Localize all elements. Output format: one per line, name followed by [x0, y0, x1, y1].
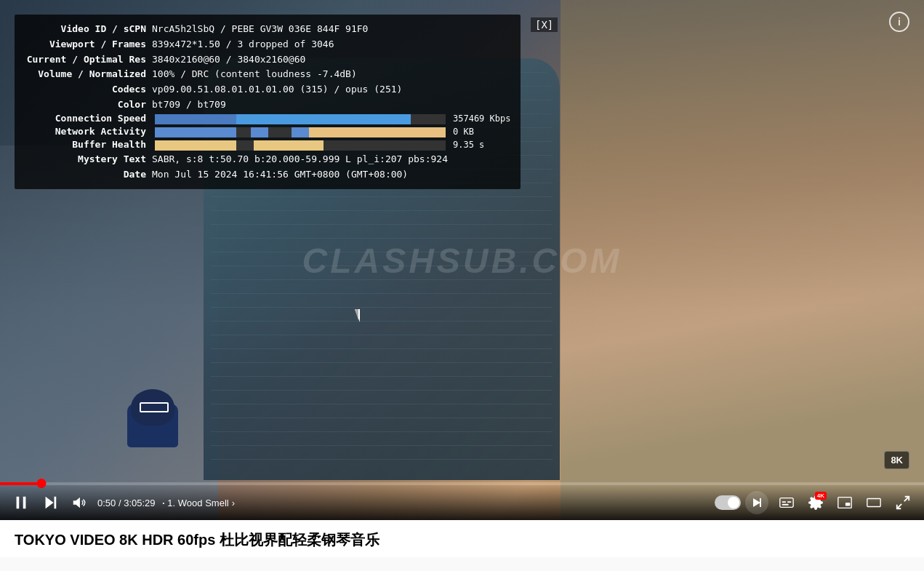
bar-buf-seg-1 [155, 140, 236, 151]
volume-button[interactable] [68, 492, 90, 514]
bar-buf-gap [236, 140, 254, 151]
video-title: TOKYO VIDEO 8K HDR 60fps 杜比视界配轻柔钢琴音乐 [15, 530, 909, 550]
svg-rect-1 [23, 497, 26, 509]
debug-row-mystery: Mystery Text SABR, s:8 t:50.70 b:20.000-… [25, 152, 510, 167]
bar-net-rest [309, 127, 446, 137]
pause-icon [13, 495, 29, 511]
debug-value-buffer: 9.35 s [453, 138, 484, 152]
svg-rect-10 [782, 504, 789, 506]
svg-line-14 [904, 497, 909, 501]
bar-net-seg-1 [155, 127, 236, 137]
svg-marker-5 [753, 498, 760, 507]
bar-net-seg-3 [292, 127, 309, 137]
debug-value-connection: 357469 Kbps [453, 112, 510, 126]
svg-rect-0 [17, 497, 20, 509]
debug-label-resolution: Current / Optimal Res [25, 52, 152, 68]
debug-label-date: Date [25, 167, 152, 183]
bar-buf-seg-2 [254, 140, 324, 151]
close-debug-button[interactable]: [X] [531, 17, 558, 32]
svg-rect-7 [780, 498, 793, 508]
theater-button[interactable] [863, 492, 885, 514]
miniplayer-icon [837, 495, 853, 511]
theater-icon [866, 495, 882, 511]
play-pause-button[interactable] [10, 492, 32, 514]
debug-label-codecs: Codecs [25, 82, 152, 97]
info-icon-button[interactable]: i [889, 12, 909, 32]
debug-row-buffer: Buffer Health 9.35 s [25, 139, 510, 152]
debug-overlay: Video ID / sCPN NrcA5h2lSbQ / PEBE GV3W … [15, 15, 521, 189]
debug-row-resolution: Current / Optimal Res 3840x2160@60 / 384… [25, 52, 510, 68]
svg-rect-12 [845, 503, 850, 506]
debug-label-viewport: Viewport / Frames [25, 37, 152, 52]
quality-badge: 8K [884, 451, 909, 469]
miniplayer-button[interactable] [834, 492, 856, 514]
svg-marker-4 [73, 498, 80, 508]
video-title-bar: TOKYO VIDEO 8K HDR 60fps 杜比视界配轻柔钢琴音乐 [0, 520, 924, 557]
captions-icon [779, 495, 795, 511]
debug-row-date: Date Mon Jul 15 2024 16:41:56 GMT+0800 (… [25, 167, 510, 183]
cat-glasses [140, 402, 169, 412]
debug-row-connection: Connection Speed 357469 Kbps [25, 113, 510, 126]
bar-segment-2 [236, 114, 411, 124]
chapter-info[interactable]: • 1. Wood Smell › [163, 498, 235, 508]
debug-label-buffer: Buffer Health [25, 137, 152, 153]
fullscreen-button[interactable] [892, 492, 914, 514]
autoplay-next-icon [751, 497, 763, 508]
toggle-track [715, 495, 741, 510]
debug-row-viewport: Viewport / Frames 839x472*1.50 / 3 dropp… [25, 37, 510, 52]
svg-rect-13 [867, 499, 880, 507]
network-activity-bar [155, 127, 446, 137]
svg-line-15 [897, 504, 901, 508]
debug-row-codecs: Codecs vp09.00.51.08.01.01.01.00 (315) /… [25, 82, 510, 97]
debug-row-volume: Volume / Normalized 100% / DRC (content … [25, 67, 510, 82]
debug-value-viewport: 839x472*1.50 / 3 dropped of 3046 [152, 37, 510, 52]
svg-rect-6 [760, 498, 761, 507]
settings-button[interactable]: 4K [805, 492, 827, 514]
debug-row-color: Color bt709 / bt709 [25, 97, 510, 113]
video-watermark: CLASHSUB.COM [302, 240, 622, 280]
debug-row-network: Network Activity 0 KB [25, 126, 510, 139]
bar-net-gap-2 [268, 127, 292, 137]
debug-value-mystery: SABR, s:8 t:50.70 b:20.000-59.999 L pl_i… [152, 152, 510, 167]
bar-segment-1 [155, 114, 236, 124]
debug-value-network: 0 KB [453, 125, 474, 139]
debug-value-codecs: vp09.00.51.08.01.01.01.00 (315) / opus (… [152, 82, 510, 97]
svg-marker-2 [46, 497, 54, 509]
bar-net-seg-2 [251, 127, 268, 137]
buffer-health-bar [155, 140, 446, 151]
debug-label-videoid: Video ID / sCPN [25, 22, 152, 37]
cat-head [131, 389, 174, 426]
debug-value-volume: 100% / DRC (content loudness -7.4dB) [152, 67, 510, 82]
debug-label-color: Color [25, 97, 152, 113]
debug-value-resolution: 3840x2160@60 / 3840x2160@60 [152, 52, 510, 68]
debug-value-videoid: NrcA5h2lSbQ / PEBE GV3W 036E 844F 91F0 [152, 22, 510, 37]
total-time: 3:05:29 [124, 498, 155, 508]
debug-value-color: bt709 / bt709 [152, 97, 510, 113]
time-display: 0:50 / 3:05:29 [97, 498, 156, 508]
captions-button[interactable] [776, 492, 798, 514]
chapter-name: 1. Wood Smell [167, 498, 228, 508]
chapter-dot: • [163, 500, 165, 506]
debug-label-volume: Volume / Normalized [25, 67, 152, 82]
autoplay-toggle[interactable] [715, 491, 768, 514]
volume-icon [71, 495, 87, 511]
autoplay-play-icon [745, 491, 768, 514]
toggle-thumb [728, 497, 739, 508]
current-time: 0:50 [97, 498, 116, 508]
next-button[interactable] [39, 492, 61, 514]
connection-speed-bar [155, 114, 446, 124]
debug-value-date: Mon Jul 15 2024 16:41:56 GMT+0800 (GMT+0… [152, 167, 510, 183]
next-icon [42, 495, 58, 511]
svg-rect-8 [782, 501, 787, 503]
fullscreen-icon [895, 495, 911, 511]
svg-rect-9 [787, 501, 792, 503]
chapter-arrow-icon: › [232, 498, 235, 508]
debug-row-videoid: Video ID / sCPN NrcA5h2lSbQ / PEBE GV3W … [25, 22, 510, 37]
video-player[interactable]: CLASHSUB.COM Video ID / sCPN NrcA5h2lSbQ… [0, 0, 924, 520]
controls-bar: 0:50 / 3:05:29 • 1. Wood Smell › [0, 485, 924, 520]
cat-character [124, 389, 182, 447]
debug-label-mystery: Mystery Text [25, 152, 152, 167]
svg-rect-3 [55, 497, 57, 509]
bar-net-gap-1 [236, 127, 251, 137]
settings-badge: 4K [815, 492, 827, 500]
